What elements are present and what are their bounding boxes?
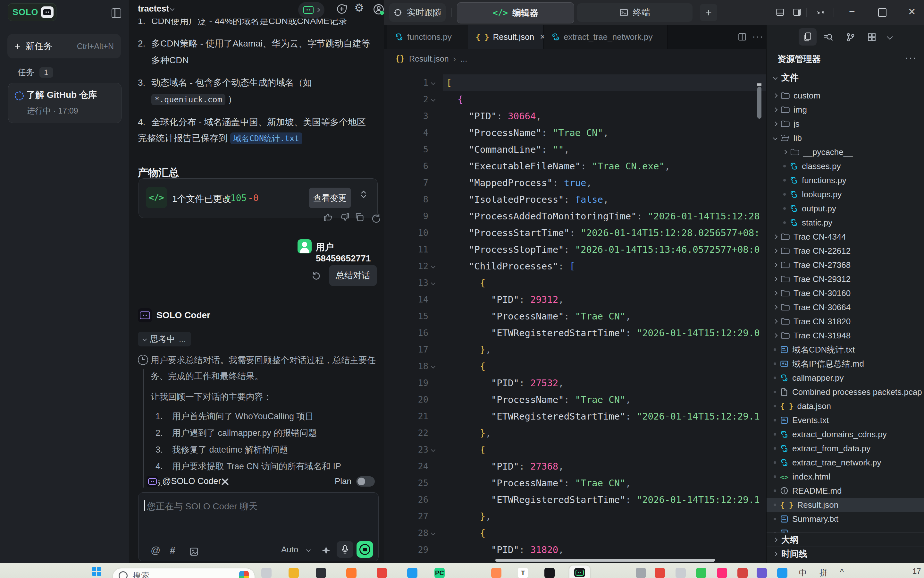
tree-item-Trae CN-29312[interactable]: Trae CN-29312 xyxy=(767,272,924,286)
source-control-icon[interactable] xyxy=(845,32,856,42)
code-line-1[interactable]: 1[ xyxy=(384,75,766,91)
code-line-2[interactable]: 2 { xyxy=(384,91,766,108)
code-line-9[interactable]: 9 "ProcessAddedToMonitoringTime": "2026-… xyxy=(384,208,766,224)
close-button[interactable]: × xyxy=(908,5,915,19)
code-line-16[interactable]: 16 "ETWRegisteredStartTime": "2026-01-14… xyxy=(384,325,766,341)
taskbar-app-icon[interactable] xyxy=(655,568,665,578)
record-stop-button[interactable] xyxy=(357,541,373,558)
account-icon[interactable] xyxy=(373,3,384,15)
fold-icon[interactable] xyxy=(431,447,435,452)
taskbar-app-icon[interactable] xyxy=(491,568,501,578)
code-line-4[interactable]: 4 "ProcessName": "Trae CN", xyxy=(384,125,766,141)
solo-logo[interactable]: SOLO xyxy=(8,3,57,21)
undo-icon[interactable] xyxy=(310,270,321,280)
mic-button[interactable] xyxy=(337,541,353,558)
taskbar-app-icon[interactable] xyxy=(407,568,417,578)
section-timeline[interactable]: 时间线 xyxy=(767,547,924,561)
view-changes-button[interactable]: 查看变更 xyxy=(309,188,351,208)
tree-item-README.md[interactable]: README.md xyxy=(767,484,924,498)
tree-item-classes.py[interactable]: classes.py xyxy=(767,159,924,173)
tree-item-lookups.py[interactable]: lookups.py xyxy=(767,187,924,201)
code-line-21[interactable]: 21 "ETWRegisteredStartTime": "2026-01-14… xyxy=(384,408,766,425)
maximize-button[interactable] xyxy=(878,8,887,17)
code-line-11[interactable]: 11 "ProcessStopTime": "2026-01-14T15:13:… xyxy=(384,241,766,258)
tree-item-域名CDN统计.txt[interactable]: 域名CDN统计.txt xyxy=(767,343,924,357)
regenerate-icon[interactable] xyxy=(370,212,382,223)
code-line-22[interactable]: 22 }, xyxy=(384,425,766,442)
conversation-title[interactable]: traetest xyxy=(138,4,169,14)
extensions-icon[interactable] xyxy=(867,32,877,42)
code-line-24[interactable]: 24 "PID": 27368, xyxy=(384,458,766,475)
taskbar-app-icon[interactable]: PC xyxy=(434,568,445,578)
tree-item-index.html[interactable]: <>index.html xyxy=(767,469,924,484)
search-icon[interactable] xyxy=(823,32,833,42)
chevron-down-icon[interactable] xyxy=(170,6,174,11)
tree-item-data.json[interactable]: { }data.json xyxy=(767,399,924,413)
code-line-19[interactable]: 19 "PID": 27532, xyxy=(384,375,766,391)
code-line-25[interactable]: 25 "ProcessName": "Trae CN", xyxy=(384,475,766,491)
panel-bottom-icon[interactable] xyxy=(776,8,785,17)
code-line-20[interactable]: 20 "ProcessName": "Trae CN", xyxy=(384,391,766,408)
taskbar-app-icon[interactable] xyxy=(676,568,686,578)
code-line-5[interactable]: 5 "CommandLine": "", xyxy=(384,141,766,158)
taskbar-app-icon[interactable] xyxy=(261,568,272,578)
code-line-10[interactable]: 10 "ProcessStartTime": "2026-01-14T15:12… xyxy=(384,224,766,241)
tree-item-static.py[interactable]: static.py xyxy=(767,216,924,230)
thumbs-down-icon[interactable] xyxy=(339,212,350,223)
tree-item-Combined processes packets.pcap[interactable]: Combined processes packets.pcap xyxy=(767,385,924,399)
more-actions-icon[interactable]: ··· xyxy=(752,31,764,42)
tree-item-js[interactable]: js xyxy=(767,117,924,131)
taskbar-app-icon[interactable] xyxy=(636,568,646,578)
taskbar-app-icon[interactable]: T xyxy=(518,568,528,578)
fold-icon[interactable] xyxy=(431,264,435,268)
expand-icon[interactable] xyxy=(360,190,367,199)
tab-live-follow[interactable]: 实时跟随 xyxy=(389,3,446,22)
new-conversation-icon[interactable] xyxy=(336,3,347,15)
fold-icon[interactable] xyxy=(431,364,435,369)
tree-item-Trae CN-31820[interactable]: Trae CN-31820 xyxy=(767,314,924,328)
code-line-23[interactable]: 23 { xyxy=(384,442,766,458)
taskbar-app-icon[interactable] xyxy=(757,568,767,578)
thumbs-up-icon[interactable] xyxy=(323,212,335,223)
code-line-27[interactable]: 27 }, xyxy=(384,508,766,525)
plan-toggle[interactable] xyxy=(356,476,375,487)
tree-item-clipped[interactable] xyxy=(767,526,924,533)
fold-icon[interactable] xyxy=(431,531,435,535)
code-line-15[interactable]: 15 "ProcessName": "Trae CN", xyxy=(384,308,766,325)
tree-item-extract_domains_cdns.py[interactable]: extract_domains_cdns.py xyxy=(767,427,924,442)
taskbar-active-app[interactable] xyxy=(569,565,590,578)
split-editor-icon[interactable] xyxy=(738,32,747,42)
code-line-26[interactable]: 26 "ETWRegisteredStartTime": "2026-01-14… xyxy=(384,491,766,508)
files-view-icon[interactable] xyxy=(799,28,817,45)
model-mode-select[interactable]: Auto xyxy=(281,545,298,555)
taskbar-app-icon[interactable] xyxy=(316,568,326,578)
editor-tab-Result.json[interactable]: { }Result.json× xyxy=(468,25,544,49)
tree-item-img[interactable]: img xyxy=(767,103,924,117)
mention-icon[interactable]: @ xyxy=(151,545,160,556)
tree-item-Trae CN-30160[interactable]: Trae CN-30160 xyxy=(767,286,924,300)
tree-item-Trae CN-22612[interactable]: Trae CN-22612 xyxy=(767,244,924,258)
code-line-29[interactable]: 29 "PID": 31820, xyxy=(384,541,766,558)
taskbar-app-icon[interactable] xyxy=(545,568,554,578)
fold-icon[interactable] xyxy=(431,81,435,85)
tray-item[interactable]: 拼 xyxy=(819,567,827,578)
task-card[interactable]: 了解 GitHub 仓库 进行中 · 17:09 xyxy=(8,83,122,123)
tree-item-extract_from_data.py[interactable]: extract_from_data.py xyxy=(767,442,924,455)
tree-item-Summary.txt[interactable]: Summary.txt xyxy=(767,512,924,526)
editor-tab-extract_trae_network.py[interactable]: extract_trae_network.py xyxy=(544,25,668,49)
code-editor[interactable]: 1[2 {3 "PID": 30664,4 "ProcessName": "Tr… xyxy=(384,69,766,563)
tree-item-域名IP信息总结.md[interactable]: 域名IP信息总结.md xyxy=(767,357,924,371)
code-line-7[interactable]: 7 "MappedProcess": true, xyxy=(384,174,766,191)
taskbar-app-icon[interactable] xyxy=(346,568,357,578)
tree-item-callmapper.py[interactable]: callmapper.py xyxy=(767,371,924,385)
code-line-8[interactable]: 8 "IsolatedProcess": false, xyxy=(384,191,766,208)
tree-item-custom[interactable]: custom xyxy=(767,89,924,103)
chat-input[interactable]: 您正在与 SOLO Coder 聊天 @ # Auto xyxy=(138,492,379,561)
sidebar-collapse-icon[interactable] xyxy=(112,8,121,18)
code-line-13[interactable]: 13 { xyxy=(384,274,766,291)
tree-item-extract_trae_network.py[interactable]: extract_trae_network.py xyxy=(767,455,924,469)
tools-icon[interactable] xyxy=(221,477,229,486)
solo-mode-button[interactable] xyxy=(298,2,324,18)
tree-item-__pycache__[interactable]: __pycache__ xyxy=(767,145,924,159)
tab-terminal[interactable]: 终端 xyxy=(577,3,692,22)
